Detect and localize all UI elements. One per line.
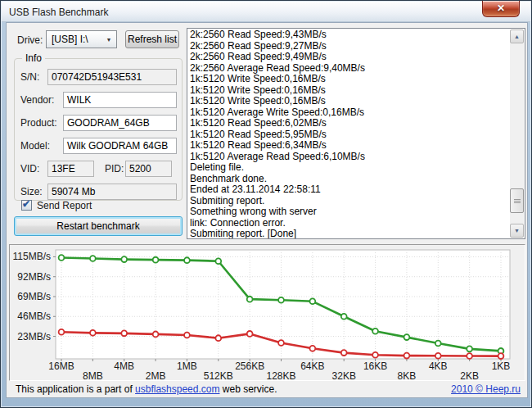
info-group-label: Info	[22, 52, 45, 64]
model-label: Model:	[20, 140, 50, 152]
svg-text:4MB: 4MB	[114, 360, 134, 372]
svg-text:16KB: 16KB	[363, 360, 387, 372]
scrollbar-grip-icon	[514, 199, 521, 200]
copyright-link[interactable]: 2010 © Heep.ru	[451, 383, 521, 395]
svg-text:512KB: 512KB	[204, 370, 233, 380]
svg-text:1KB: 1KB	[492, 360, 511, 372]
app-window: USB Flash Benchmark ✕ Drive: [USB] I:\ ▼…	[0, 0, 532, 408]
size-field[interactable]: 59074 Mb	[47, 184, 177, 200]
send-report-checkbox[interactable]: ✔	[21, 200, 32, 211]
svg-text:23MB/s: 23MB/s	[17, 331, 51, 342]
log-scrollbar[interactable]: ▲ ▼	[510, 29, 524, 238]
svg-text:4KB: 4KB	[429, 360, 448, 372]
svg-text:256KB: 256KB	[235, 360, 264, 372]
send-report-label[interactable]: Send Report	[37, 200, 92, 211]
scroll-down-icon: ▼	[514, 228, 520, 233]
svg-text:46MB/s: 46MB/s	[17, 311, 51, 322]
close-icon: ✕	[497, 2, 505, 14]
sn-field[interactable]: 070742D51943E531	[47, 69, 177, 85]
product-field[interactable]: GOODRAM_64GB	[63, 115, 177, 131]
scroll-up-icon: ▲	[514, 34, 520, 39]
window-title: USB Flash Benchmark	[9, 7, 108, 18]
scroll-up-button[interactable]: ▲	[510, 29, 524, 43]
close-button[interactable]: ✕	[482, 1, 520, 17]
drive-label: Drive:	[17, 34, 43, 46]
check-icon: ✔	[22, 198, 30, 210]
benchmark-log[interactable]: 2k:2560 Read Speed:9,43MB/s2k:2560 Read …	[187, 28, 525, 239]
svg-text:64KB: 64KB	[300, 360, 324, 372]
svg-text:16MB: 16MB	[48, 360, 74, 372]
restart-benchmark-button[interactable]: Restart benchmark	[14, 216, 183, 236]
svg-text:32KB: 32KB	[332, 370, 356, 380]
refresh-list-button[interactable]: Refresh list	[125, 30, 179, 48]
svg-text:1MB: 1MB	[177, 360, 197, 372]
scroll-down-button[interactable]: ▼	[510, 224, 524, 238]
title-bar[interactable]: USB Flash Benchmark	[2, 2, 530, 22]
product-label: Product:	[20, 117, 57, 129]
scrollbar-thumb[interactable]	[510, 188, 524, 213]
chevron-down-icon[interactable]: ▼	[101, 31, 116, 48]
model-field[interactable]: Wilk GOODRAM 64GB	[63, 138, 177, 154]
pid-field[interactable]: 5200	[125, 161, 172, 177]
vendor-label: Vendor:	[20, 94, 54, 106]
drive-select[interactable]: [USB] I:\ ▼	[46, 30, 117, 48]
svg-text:128KB: 128KB	[266, 370, 295, 380]
pid-label: PID:	[105, 163, 124, 175]
footer-text: This application is a part of usbflashsp…	[16, 383, 277, 395]
vid-label: VID:	[20, 163, 39, 175]
svg-text:115MB/s: 115MB/s	[13, 251, 51, 262]
benchmark-chart-panel: 23MB/s46MB/s69MB/s92MB/s115MB/s16MB8MB4M…	[9, 244, 525, 381]
sn-label: S/N:	[20, 71, 39, 83]
size-label: Size:	[20, 186, 43, 197]
svg-text:2KB: 2KB	[460, 370, 479, 380]
log-text: 2k:2560 Read Speed:9,43MB/s2k:2560 Read …	[187, 29, 510, 239]
svg-text:8MB: 8MB	[83, 370, 103, 380]
footer-suffix: web service.	[219, 383, 277, 395]
svg-text:8KB: 8KB	[398, 370, 417, 380]
footer-prefix: This application is a part of	[16, 383, 135, 395]
svg-text:92MB/s: 92MB/s	[17, 271, 51, 283]
svg-text:69MB/s: 69MB/s	[17, 291, 51, 302]
svg-text:2MB: 2MB	[146, 370, 166, 380]
usbflashspeed-link[interactable]: usbflashspeed.com	[135, 383, 219, 395]
vid-field[interactable]: 13FE	[47, 161, 94, 177]
vendor-field[interactable]: WILK	[63, 92, 177, 108]
drive-selected-value: [USB] I:\	[52, 34, 88, 45]
benchmark-chart-svg: 23MB/s46MB/s69MB/s92MB/s115MB/s16MB8MB4M…	[10, 245, 525, 380]
